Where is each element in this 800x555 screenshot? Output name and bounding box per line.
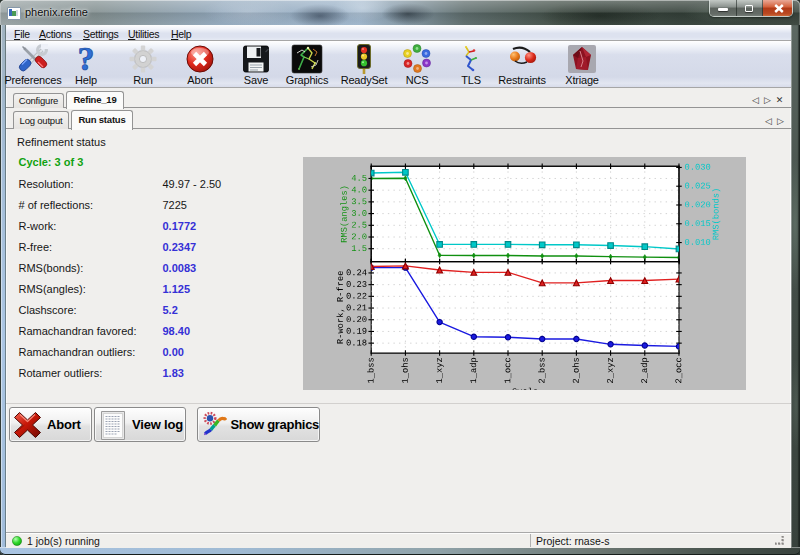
svg-text:?: ? [78, 43, 95, 75]
